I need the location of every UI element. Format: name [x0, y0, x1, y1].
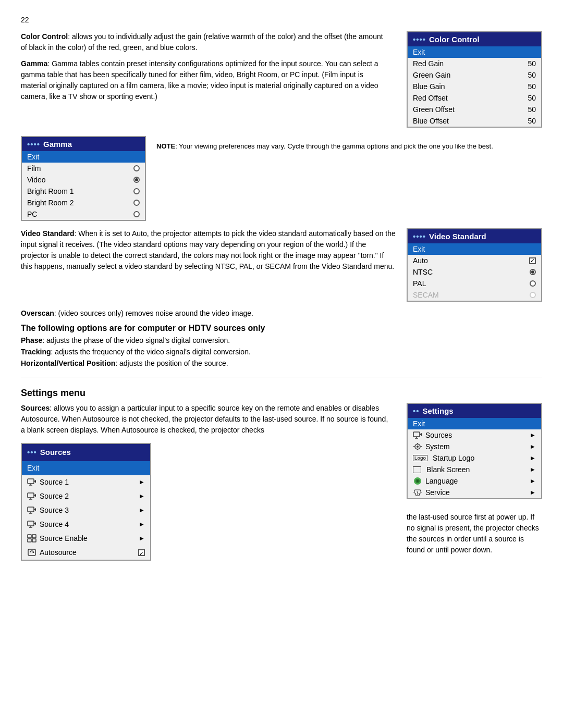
- gamma-bright-room-1[interactable]: Bright Room 1: [22, 186, 145, 197]
- source-4-item[interactable]: Source 4 ►: [22, 517, 150, 532]
- svg-rect-22: [413, 432, 420, 437]
- sources-dots: •••: [27, 447, 37, 459]
- settings-title: Settings: [423, 406, 454, 415]
- source-1-label: Source 1: [40, 477, 69, 488]
- source-4-icon: [27, 520, 36, 528]
- source-enable-icon: [27, 534, 36, 542]
- color-red-offset-label: Red Offset: [413, 94, 448, 102]
- video-standard-intro: Video Standard: When it is set to Auto, …: [21, 228, 396, 272]
- color-control-menu-header: •••• Color Control: [408, 32, 541, 46]
- video-standard-pal[interactable]: PAL: [408, 278, 541, 289]
- settings-startup-logo-arrow: ►: [530, 454, 536, 462]
- svg-point-27: [417, 446, 419, 448]
- sources-submenu: ••• Sources Exit So: [21, 443, 151, 561]
- color-control-title: Color Control: [429, 35, 480, 44]
- settings-dots: ••: [413, 406, 420, 415]
- color-control-intro: Color Control: allows you to individuall…: [21, 31, 391, 53]
- video-standard-ntsc[interactable]: NTSC: [408, 266, 541, 278]
- settings-menu-header: •• Settings: [408, 404, 541, 418]
- horiz-vert-text: Horizontal/Vertical Position: adjusts th…: [21, 359, 542, 367]
- color-red-gain-value: 50: [528, 59, 536, 68]
- source-3-item[interactable]: Source 3 ►: [22, 503, 150, 517]
- settings-bottom-text: the last-used source first at power up. …: [407, 507, 542, 556]
- sources-submenu-header: ••• Sources: [22, 444, 150, 461]
- gamma-video-radio: [133, 177, 140, 183]
- source-3-left: Source 3: [27, 505, 69, 516]
- settings-startup-logo-left: Logo Startup Logo: [413, 454, 474, 462]
- color-control-menu: •••• Color Control Exit Red Gain 50 Gree…: [407, 31, 542, 128]
- settings-exit[interactable]: Exit: [408, 418, 541, 429]
- gamma-pc[interactable]: PC: [22, 208, 145, 220]
- settings-system-item[interactable]: System ►: [408, 441, 541, 452]
- gamma-bright-room-2-label: Bright Room 2: [27, 199, 74, 207]
- color-blue-offset-label: Blue Offset: [413, 117, 449, 125]
- video-standard-ntsc-label: NTSC: [413, 268, 433, 276]
- settings-sources-icon: [413, 431, 422, 439]
- color-control-exit[interactable]: Exit: [408, 46, 541, 58]
- settings-startup-logo-item[interactable]: Logo Startup Logo ►: [408, 452, 541, 464]
- settings-sources-left: Sources: [413, 431, 452, 439]
- video-standard-exit[interactable]: Exit: [408, 243, 541, 255]
- settings-sources-label: Sources: [425, 431, 452, 439]
- gamma-film[interactable]: Film: [22, 163, 145, 174]
- svg-rect-19: [32, 539, 36, 542]
- video-standard-secam-radio: [530, 292, 536, 298]
- autosource-item[interactable]: Autosource: [22, 546, 150, 560]
- svg-rect-20: [28, 549, 35, 556]
- color-blue-offset[interactable]: Blue Offset 50: [408, 115, 541, 127]
- sources-title: Sources: [40, 447, 71, 459]
- gamma-exit[interactable]: Exit: [22, 151, 145, 163]
- source-enable-item[interactable]: Source Enable ►: [22, 532, 150, 546]
- source-2-label: Source 2: [40, 491, 69, 502]
- color-red-offset[interactable]: Red Offset 50: [408, 92, 541, 104]
- color-blue-gain-label: Blue Gain: [413, 82, 445, 91]
- source-2-item[interactable]: Source 2 ►: [22, 489, 150, 503]
- settings-service-arrow: ►: [530, 489, 536, 496]
- gamma-bright-room-2[interactable]: Bright Room 2: [22, 197, 145, 208]
- gamma-dots: ••••: [27, 140, 40, 149]
- autosource-label: Autosource: [40, 547, 77, 558]
- color-green-offset[interactable]: Green Offset 50: [408, 104, 541, 115]
- video-standard-pal-label: PAL: [413, 279, 426, 288]
- settings-section: Settings menu Sources: allows you to ass…: [21, 388, 542, 561]
- color-red-gain[interactable]: Red Gain 50: [408, 58, 541, 69]
- divider: [21, 377, 542, 377]
- settings-blank-screen-item[interactable]: Blank Screen ►: [408, 464, 541, 475]
- settings-startup-logo-label: Startup Logo: [433, 454, 474, 462]
- video-standard-auto[interactable]: Auto: [408, 255, 541, 266]
- svg-rect-17: [32, 535, 36, 538]
- gamma-bright-room-2-radio: [133, 200, 140, 206]
- color-green-gain[interactable]: Green Gain 50: [408, 69, 541, 81]
- settings-service-item[interactable]: Service ►: [408, 487, 541, 498]
- autosource-check: [138, 549, 145, 556]
- video-standard-ntsc-radio: [530, 269, 536, 275]
- phase-text: Phase: adjusts the phase of the video si…: [21, 336, 542, 344]
- source-2-arrow: ►: [139, 491, 145, 501]
- gamma-video[interactable]: Video: [22, 174, 145, 186]
- svg-rect-18: [28, 539, 31, 542]
- settings-service-icon: [413, 488, 422, 497]
- source-4-arrow: ►: [139, 520, 145, 529]
- color-red-gain-label: Red Gain: [413, 59, 444, 68]
- color-green-gain-value: 50: [528, 71, 536, 79]
- color-blue-gain[interactable]: Blue Gain 50: [408, 81, 541, 92]
- settings-sources-item[interactable]: Sources ►: [408, 429, 541, 441]
- gamma-video-label: Video: [27, 176, 46, 184]
- gamma-note: NOTE: Your viewing preferences may vary.…: [156, 136, 542, 221]
- video-standard-secam[interactable]: SECAM: [408, 289, 541, 301]
- source-1-left: Source 1: [27, 477, 69, 488]
- source-4-label: Source 4: [40, 519, 69, 530]
- settings-system-left: System: [413, 442, 450, 451]
- source-enable-label: Source Enable: [40, 533, 88, 544]
- settings-language-item[interactable]: Language ►: [408, 475, 541, 487]
- color-blue-gain-value: 50: [528, 82, 536, 91]
- color-green-offset-value: 50: [528, 105, 536, 114]
- gamma-bright-room-1-label: Bright Room 1: [27, 187, 74, 195]
- gamma-film-radio: [133, 165, 140, 171]
- source-1-icon: [27, 478, 36, 486]
- source-1-item[interactable]: Source 1 ►: [22, 475, 150, 489]
- sources-exit[interactable]: Exit: [22, 461, 150, 475]
- gamma-bright-room-1-radio: [133, 188, 140, 194]
- settings-heading: Settings menu: [21, 388, 542, 399]
- gamma-menu: •••• Gamma Exit Film Video Bright Room 1…: [21, 136, 146, 221]
